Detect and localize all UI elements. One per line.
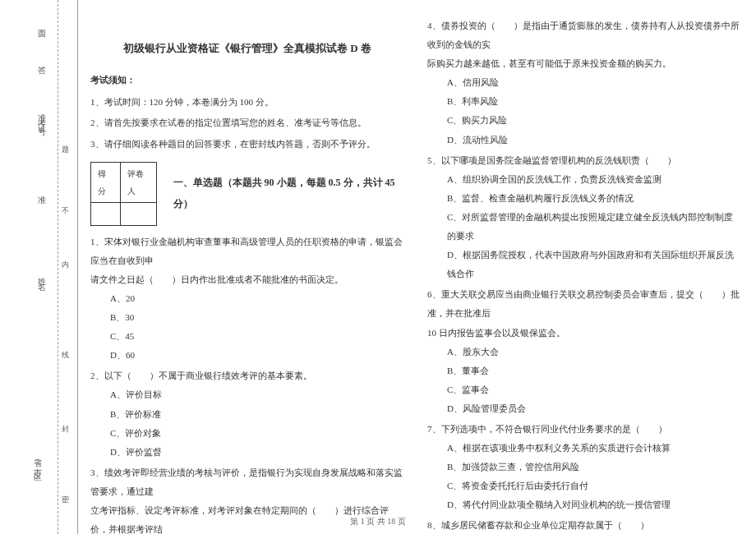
option-d: D、根据国务院授权，代表中国政府与外国政府和有关国际组织开展反洗钱合作 [427, 246, 741, 283]
option-b: B、评价标准 [90, 405, 404, 424]
score-cell-empty [120, 202, 156, 225]
question-text: 1、宋体对银行业金融机构审查董事和高级管理人员的任职资格的申请，银监会应当在自收… [90, 232, 404, 270]
binding-label-name: 姓名 [35, 271, 47, 281]
question-text: 6、重大关联交易应当由商业银行关联交易控制委员会审查后，提交（ ）批准，并在批准… [427, 285, 741, 323]
page-title: 初级银行从业资格证《银行管理》全真模拟试卷 D 卷 [90, 37, 404, 59]
binding-label-exam-id: 准考证号 [35, 107, 47, 127]
score-cell-empty [91, 202, 121, 225]
score-table: 得分 评卷人 [90, 162, 157, 226]
right-column: 4、债券投资的（ ）是指由于通货膨胀的发生，债券持有人从投资债券中所收到的金钱的… [419, 0, 756, 534]
binding-mark: 题 [60, 140, 71, 145]
binding-label-region: 省（市区） [31, 452, 43, 476]
option-a: A、组织协调全国的反洗钱工作，负责反洗钱资金监测 [427, 170, 741, 189]
option-b: B、30 [90, 308, 404, 327]
question-4: 4、债券投资的（ ）是指由于通货膨胀的发生，债券持有人从投资债券中所收到的金钱的… [427, 16, 741, 150]
score-cell: 评卷人 [120, 162, 156, 202]
page-content: 初级银行从业资格证《银行管理》全真模拟试卷 D 卷 考试须知： 1、考试时间：1… [82, 0, 756, 534]
section-header: 一、单选题（本题共 90 小题，每题 0.5 分，共计 45 分） [173, 173, 404, 214]
option-c: C、评价对象 [90, 424, 404, 443]
question-text: 际购买力越来越低，甚至有可能低于原来投资金额的购买力。 [427, 54, 741, 73]
page-footer: 第 1 页 共 18 页 [0, 516, 756, 527]
option-b: B、加强贷款三查，管控信用风险 [427, 458, 741, 476]
question-text: 10 日内报告监事会以及银保监会。 [427, 324, 741, 343]
option-d: D、评价监督 [90, 443, 404, 462]
notice-title: 考试须知： [90, 71, 404, 90]
question-2: 2、以下（ ）不属于商业银行绩效考评的基本要素。 A、评价目标 B、评价标准 C… [90, 366, 404, 461]
question-6: 6、重大关联交易应当由商业银行关联交易控制委员会审查后，提交（ ）批准，并在批准… [427, 285, 741, 418]
option-d: D、流动性风险 [427, 131, 741, 150]
option-a: A、20 [90, 289, 404, 308]
question-5: 5、以下哪项是国务院金融监督管理机构的反洗钱职责（ ） A、组织协调全国的反洗钱… [427, 151, 741, 284]
option-c: C、将资金委托托行后由委托行自付 [427, 476, 741, 495]
option-c: C、45 [90, 327, 404, 346]
option-d: D、将代付同业款项全额纳入对同业机构的统一授信管理 [427, 495, 741, 514]
question-text: 4、债券投资的（ ）是指由于通货膨胀的发生，债券持有人从投资债券中所收到的金钱的… [427, 16, 741, 54]
binding-label: 圆 [35, 23, 47, 28]
question-text: 5、以下哪项是国务院金融监督管理机构的反洗钱职责（ ） [427, 151, 741, 170]
option-a: A、股东大会 [427, 343, 741, 361]
option-d: D、风险管理委员会 [427, 399, 741, 418]
option-b: B、利率风险 [427, 92, 741, 111]
option-c: C、购买力风险 [427, 111, 741, 130]
binding-mark: 不 [60, 201, 71, 206]
question-text: 3、绩效考评即经营业绩的考核与评价，是指银行为实现自身发展战略和落实监管要求，通… [90, 463, 404, 501]
binding-label: 准 [35, 189, 47, 194]
option-b: B、董事会 [427, 361, 741, 380]
question-text: 请文件之日起（ ）日内作出批准或者不能批准的书面决定。 [90, 270, 404, 289]
score-cell: 得分 [91, 162, 121, 202]
question-1: 1、宋体对银行业金融机构审查董事和高级管理人员的任职资格的申请，银监会应当在自收… [90, 232, 404, 366]
left-column: 初级银行从业资格证《银行管理》全真模拟试卷 D 卷 考试须知： 1、考试时间：1… [82, 0, 419, 534]
binding-mark: 封 [60, 419, 71, 424]
notice-line: 1、考试时间：120 分钟，本卷满分为 100 分。 [90, 93, 404, 112]
option-d: D、60 [90, 346, 404, 365]
binding-mark: 密 [60, 489, 71, 494]
question-text: 7、下列选项中，不符合银行同业代付业务要求的是（ ） [427, 420, 741, 439]
binding-mark: 内 [60, 255, 71, 260]
notice-line: 3、请仔细阅读各种题目的回答要求，在密封线内答题，否则不予评分。 [90, 135, 404, 154]
binding-dashed-line [58, 0, 58, 534]
binding-label: 答 [35, 59, 47, 64]
option-a: A、评价目标 [90, 385, 404, 404]
option-a: A、信用风险 [427, 73, 741, 92]
option-c: C、对所监督管理的金融机构提出按照规定建立健全反洗钱内部控制制度的要求 [427, 208, 741, 246]
option-c: C、监事会 [427, 380, 741, 399]
score-row: 得分 评卷人 一、单选题（本题共 90 小题，每题 0.5 分，共计 45 分） [90, 162, 404, 226]
question-7: 7、下列选项中，不符合银行同业代付业务要求的是（ ） A、根据在该项业务中权利义… [427, 420, 741, 514]
binding-margin: 圆 答 准考证号 准 姓名 省（市区） 题 不 内 线 封 密 [0, 0, 78, 534]
binding-mark: 线 [60, 345, 71, 350]
option-b: B、监督、检查金融机构履行反洗钱义务的情况 [427, 189, 741, 208]
question-text: 2、以下（ ）不属于商业银行绩效考评的基本要素。 [90, 366, 404, 385]
notice-line: 2、请首先按要求在试卷的指定位置填写您的姓名、准考证号等信息。 [90, 113, 404, 132]
option-a: A、根据在该项业务中权利义务关系的实质进行会计核算 [427, 439, 741, 458]
